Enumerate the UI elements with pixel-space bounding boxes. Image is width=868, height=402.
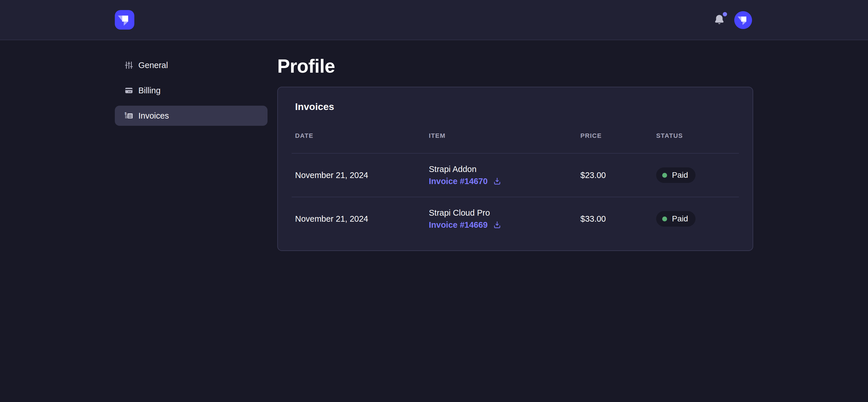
topbar xyxy=(0,0,868,40)
invoice-item-name: Strapi Cloud Pro xyxy=(429,207,580,219)
table-row: November 21, 2024 Strapi Cloud Pro Invoi… xyxy=(295,197,735,240)
column-header-price: PRICE xyxy=(580,132,656,140)
status-badge-label: Paid xyxy=(672,171,688,180)
table-header-row: DATE ITEM PRICE STATUS xyxy=(295,132,735,140)
svg-text:$: $ xyxy=(125,112,127,116)
invoice-icon: $ xyxy=(125,112,133,120)
settings-sidebar: General Billing $ xyxy=(115,55,268,126)
notification-dot xyxy=(723,12,727,17)
credit-card-icon xyxy=(125,86,133,95)
paid-status-dot-icon xyxy=(662,173,667,178)
status-badge-label: Paid xyxy=(672,214,688,223)
topbar-actions xyxy=(711,0,752,40)
sliders-icon xyxy=(125,61,133,69)
invoice-item-name: Strapi Addon xyxy=(429,163,580,175)
download-icon[interactable] xyxy=(493,220,501,229)
invoice-item-cell: Strapi Cloud Pro Invoice #14669 xyxy=(429,207,580,231)
paid-status-dot-icon xyxy=(662,217,667,221)
column-header-item: ITEM xyxy=(429,132,580,140)
strapi-logo-button[interactable] xyxy=(115,10,134,30)
app-root: General Billing $ xyxy=(0,0,868,402)
sidebar-item-billing[interactable]: Billing xyxy=(115,81,268,100)
status-badge: Paid xyxy=(656,167,695,183)
invoices-card-title: Invoices xyxy=(295,101,735,112)
table-row: November 21, 2024 Strapi Addon Invoice #… xyxy=(295,154,735,197)
status-badge: Paid xyxy=(656,211,695,226)
invoice-date: November 21, 2024 xyxy=(295,171,429,180)
invoice-price: $33.00 xyxy=(580,214,656,224)
sidebar-item-label: Billing xyxy=(138,86,160,95)
avatar[interactable] xyxy=(734,11,752,29)
invoice-link[interactable]: Invoice #14670 xyxy=(429,175,488,187)
invoice-date: November 21, 2024 xyxy=(295,214,429,224)
invoice-price: $23.00 xyxy=(580,171,656,180)
column-header-date: DATE xyxy=(295,132,429,140)
notifications-button[interactable] xyxy=(711,12,727,28)
invoice-item-cell: Strapi Addon Invoice #14670 xyxy=(429,163,580,187)
main-content: Profile Invoices DATE ITEM PRICE STATUS … xyxy=(277,40,753,251)
invoice-status-cell: Paid xyxy=(656,211,735,226)
sidebar-item-invoices[interactable]: $ Invoices xyxy=(115,106,268,126)
column-header-status: STATUS xyxy=(656,132,735,140)
invoice-link[interactable]: Invoice #14669 xyxy=(429,219,488,231)
page-title: Profile xyxy=(277,55,753,77)
invoices-card: Invoices DATE ITEM PRICE STATUS November… xyxy=(277,87,753,251)
strapi-logo-icon xyxy=(115,10,134,30)
download-icon[interactable] xyxy=(493,177,501,185)
invoice-status-cell: Paid xyxy=(656,167,735,183)
strapi-avatar-icon xyxy=(734,11,752,29)
sidebar-item-label: General xyxy=(138,61,168,70)
sidebar-item-general[interactable]: General xyxy=(115,55,268,75)
sidebar-item-label: Invoices xyxy=(138,111,169,121)
